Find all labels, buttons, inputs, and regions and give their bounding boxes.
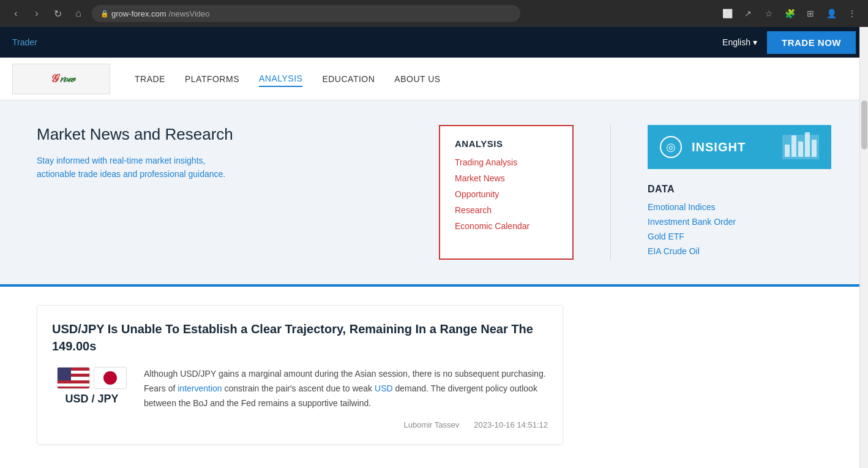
forward-button[interactable]: › [28,5,45,22]
top-bar-left: Trader [12,37,37,48]
data-links: Emotional Indices Investment Bank Order … [648,202,831,256]
article-date: 2023-10-16 14:51:12 [474,420,548,429]
nav-about-us[interactable]: ABOUT US [394,72,440,86]
article-title: USD/JPY Is Unable To Establish a Clear T… [52,320,548,355]
address-bar[interactable]: 🔒 grow-forex.com /newsVideo [92,5,520,22]
profile-button[interactable]: 👤 [823,5,840,22]
article-meta: Lubomir Tassev 2023-10-16 14:51:12 [144,420,548,429]
desc-trade-link[interactable]: trade [78,169,98,179]
browser-nav-buttons: ‹ › ↻ ⌂ [7,5,87,22]
analysis-link-trading[interactable]: Trading Analysis [455,157,558,167]
nav-education[interactable]: EDUCATION [322,72,375,86]
top-bar: Trader English ▾ TRADE NOW [0,27,868,58]
analysis-box-title: ANALYSIS [455,138,558,149]
grid-button[interactable]: ⊞ [802,5,819,22]
scrollbar-thumb[interactable] [861,100,867,149]
analysis-link-market[interactable]: Market News [455,173,558,183]
browser-action-buttons: ⬜ ↗ ☆ 🧩 ⊞ 👤 ⋮ [719,5,861,22]
jp-flag [94,367,127,389]
logo[interactable]: 𝒢 𝓻ℴ𝓌 [12,64,110,94]
flags-row [57,367,127,389]
jp-circle [103,371,117,385]
section-title: Market News and Research [37,125,414,144]
data-link-investment[interactable]: Investment Bank Order [648,217,831,227]
chart-bar-2 [791,135,796,157]
vertical-divider [610,125,611,260]
nav-platforms[interactable]: PLATFORMS [185,72,239,86]
data-link-gold[interactable]: Gold ETF [648,232,831,241]
url-path: /newsVideo [169,9,210,18]
chevron-down-icon: ▾ [753,37,757,47]
chart-bar-1 [785,145,790,157]
stripe-7 [58,387,89,389]
language-label: English [722,37,750,47]
menu-button[interactable]: ⋮ [844,5,861,22]
chart-bar-5 [812,140,817,157]
language-selector[interactable]: English ▾ [722,37,757,47]
us-flag [57,367,90,389]
home-button[interactable]: ⌂ [70,5,87,22]
insight-chart [782,135,819,159]
bookmark-button[interactable]: ☆ [760,5,777,22]
chart-bar-3 [798,142,803,157]
insight-icon: ◎ [660,136,682,158]
insight-banner[interactable]: ◎ INSIGHT [648,125,831,169]
analysis-links: Trading Analysis Market News Opportunity… [455,157,558,231]
intervention-highlight: intervention [178,383,222,393]
analysis-box: ANALYSIS Trading Analysis Market News Op… [439,125,574,260]
data-link-emotional[interactable]: Emotional Indices [648,202,831,212]
insight-title: INSIGHT [692,140,773,154]
back-button[interactable]: ‹ [7,5,24,22]
desc-part2: actionable [37,169,78,179]
scrollbar[interactable] [859,27,868,463]
extensions-button[interactable]: 🧩 [781,5,798,22]
right-section: ◎ INSIGHT DATA Emotional Indices Investm… [648,125,831,260]
data-title: DATA [648,184,831,195]
left-section: Market News and Research Stay informed w… [37,125,414,260]
analysis-link-calendar[interactable]: Economic Calendar [455,221,558,231]
lock-icon: 🔒 [100,10,109,18]
article-text: Although USD/JPY gains a marginal amount… [144,367,548,410]
desc-part3: ideas and professional guidance. [98,169,226,179]
us-canton [58,368,71,380]
url-base: grow-forex.com [111,9,166,18]
analysis-link-opportunity[interactable]: Opportunity [455,189,558,199]
currency-flags: USD / JPY [52,367,132,406]
nav-links: TRADE PLATFORMS ANALYSIS EDUCATION ABOUT… [135,71,441,87]
article-card: USD/JPY Is Unable To Establish a Clear T… [37,305,563,445]
refresh-button[interactable]: ↻ [49,5,66,22]
article-text-container: Although USD/JPY gains a marginal amount… [144,367,548,429]
desc-part1: Stay informed with real-time market insi… [37,156,205,165]
browser-chrome: ‹ › ↻ ⌂ 🔒 grow-forex.com /newsVideo ⬜ ↗ … [0,0,868,27]
share-button[interactable]: ↗ [739,5,757,22]
article-author: Lubomir Tassev [403,420,459,429]
nav-bar: 𝒢 𝓻ℴ𝓌 TRADE PLATFORMS ANALYSIS EDUCATION… [0,58,868,100]
section-description: Stay informed with real-time market insi… [37,154,269,181]
cast-button[interactable]: ⬜ [719,5,736,22]
nav-trade[interactable]: TRADE [135,72,165,86]
usd-highlight: USD [375,383,393,393]
nav-analysis[interactable]: ANALYSIS [259,71,302,87]
top-bar-right: English ▾ TRADE NOW [722,31,856,54]
article-body: USD / JPY Although USD/JPY gains a margi… [52,367,548,429]
trade-now-button[interactable]: TRADE NOW [767,31,856,54]
analysis-link-research[interactable]: Research [455,205,558,215]
article-section: USD/JPY Is Unable To Establish a Clear T… [0,287,868,463]
main-content: Market News and Research Stay informed w… [0,100,868,284]
currency-label: USD / JPY [65,393,118,406]
trader-link[interactable]: Trader [12,37,37,47]
data-link-crude[interactable]: EIA Crude Oil [648,246,831,256]
circle-icon: ◎ [666,140,676,154]
chart-bar-4 [805,132,810,157]
